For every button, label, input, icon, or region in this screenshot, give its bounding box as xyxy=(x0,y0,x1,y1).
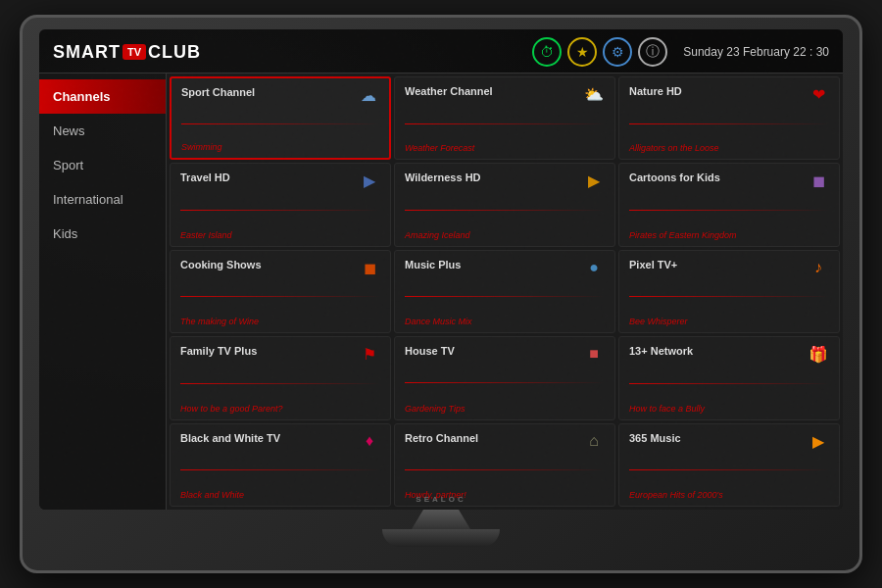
clock-icon[interactable]: ⏱ xyxy=(532,37,562,67)
channel-icon: ⚑ xyxy=(359,345,380,364)
channel-name: Sport Channel xyxy=(181,86,358,98)
channel-divider xyxy=(405,123,605,124)
channel-card[interactable]: Family TV Plus⚑How to be a good Parent? xyxy=(170,336,391,419)
channel-icon: ◼ xyxy=(359,259,380,277)
sidebar: ChannelsNewsSportInternationalKids xyxy=(39,74,167,510)
channel-divider xyxy=(180,296,380,297)
channel-card[interactable]: Nature HD❤Alligators on the Loose xyxy=(618,76,840,160)
header-right: ⏱ ★ ⚙ ⓘ Sunday 23 February 22 : 30 xyxy=(532,37,829,67)
channel-current: Weather Forecast xyxy=(405,143,605,153)
tv-stand-base xyxy=(382,529,500,547)
channel-current: Gardening Tips xyxy=(405,404,605,414)
tv-stand-neck xyxy=(412,510,470,529)
sidebar-item-international[interactable]: International xyxy=(39,182,166,217)
channel-divider xyxy=(629,383,829,384)
tv-outer: SMART TV CLUB ⏱ ★ ⚙ ⓘ Sunday 23 February… xyxy=(20,15,862,573)
logo-tv-badge: TV xyxy=(122,44,146,60)
channel-icon: ■ xyxy=(583,345,605,363)
channel-name: Travel HD xyxy=(180,172,359,183)
channel-card[interactable]: Weather Channel⛅Weather Forecast xyxy=(394,76,615,160)
channel-current: How to be a good Parent? xyxy=(180,404,380,414)
channel-current: Bee Whisperer xyxy=(629,317,829,326)
tv-brand-label: SEALOC xyxy=(416,495,466,504)
channel-current: Amazing Iceland xyxy=(405,230,605,240)
channel-card[interactable]: Wilderness HD▶Amazing Iceland xyxy=(394,163,615,246)
channel-current: Black and White xyxy=(180,490,380,500)
channel-divider xyxy=(629,296,829,297)
channel-name: Music Plus xyxy=(405,259,583,270)
sidebar-item-channels[interactable]: Channels xyxy=(39,79,166,114)
channel-name: Cartoons for Kids xyxy=(629,172,808,183)
logo-smart: SMART xyxy=(53,42,121,63)
channel-divider xyxy=(180,383,380,384)
channel-icon: ♦ xyxy=(359,432,380,450)
header: SMART TV CLUB ⏱ ★ ⚙ ⓘ Sunday 23 February… xyxy=(39,29,843,74)
channel-divider xyxy=(405,210,605,211)
channel-card[interactable]: Black and White TV♦Black and White xyxy=(170,423,391,507)
settings-icon[interactable]: ⚙ xyxy=(603,37,632,67)
channel-divider xyxy=(180,210,380,211)
logo-club: CLUB xyxy=(148,42,201,63)
logo: SMART TV CLUB xyxy=(53,42,201,63)
sidebar-item-kids[interactable]: Kids xyxy=(39,217,166,251)
sidebar-item-news[interactable]: News xyxy=(39,114,166,148)
channel-card[interactable]: Travel HD▶Easter Island xyxy=(170,163,391,246)
channel-card[interactable]: 365 Music▶European Hits of 2000's xyxy=(618,423,840,507)
channel-divider xyxy=(180,469,380,470)
channel-grid: Sport Channel☁SwimmingWeather Channel⛅We… xyxy=(167,74,843,510)
channel-icon: ◼ xyxy=(808,172,829,190)
channel-card[interactable]: Music Plus●Dance Music Mix xyxy=(394,250,615,333)
channel-icon: ● xyxy=(583,259,605,276)
channel-divider xyxy=(181,123,379,124)
channel-card[interactable]: 13+ Network🎁How to face a Bully xyxy=(618,336,840,419)
channel-current: Dance Music Mix xyxy=(405,317,605,326)
channel-icon: ▶ xyxy=(583,172,605,190)
channel-name: Family TV Plus xyxy=(180,345,359,357)
channel-current: How to face a Bully xyxy=(629,404,829,414)
header-icons: ⏱ ★ ⚙ ⓘ xyxy=(532,37,667,67)
info-icon[interactable]: ⓘ xyxy=(638,37,667,67)
channel-name: Pixel TV+ xyxy=(629,259,808,270)
channel-name: Nature HD xyxy=(629,85,808,97)
channel-divider xyxy=(405,296,605,297)
channel-icon: ▶ xyxy=(808,432,829,451)
channel-icon: 🎁 xyxy=(808,345,829,364)
channel-icon: ❤ xyxy=(808,85,829,104)
channel-icon: ⌂ xyxy=(583,432,605,450)
sidebar-item-sport[interactable]: Sport xyxy=(39,148,166,182)
channel-card[interactable]: Sport Channel☁Swimming xyxy=(170,76,391,160)
channel-name: Wilderness HD xyxy=(405,172,583,183)
channel-icon: ▶ xyxy=(359,172,380,190)
channel-name: Weather Channel xyxy=(405,85,583,97)
channel-icon: ☁ xyxy=(358,86,379,105)
channel-current: Easter Island xyxy=(180,230,380,240)
channel-card[interactable]: House TV■Gardening Tips xyxy=(394,336,615,419)
datetime: Sunday 23 February 22 : 30 xyxy=(683,45,829,59)
main-area: ChannelsNewsSportInternationalKids Sport… xyxy=(39,74,843,510)
channel-divider xyxy=(629,123,829,124)
channel-name: Black and White TV xyxy=(180,432,359,444)
channel-divider xyxy=(405,469,605,470)
channel-name: 365 Music xyxy=(629,432,808,444)
channel-card[interactable]: Cartoons for Kids◼Pirates of Eastern Kin… xyxy=(618,163,840,246)
tv-screen: SMART TV CLUB ⏱ ★ ⚙ ⓘ Sunday 23 February… xyxy=(39,29,843,510)
channel-name: House TV xyxy=(405,345,583,357)
channel-divider xyxy=(629,210,829,211)
channel-card[interactable]: Pixel TV+♪Bee Whisperer xyxy=(618,250,840,333)
channel-icon: ⛅ xyxy=(583,85,605,104)
star-icon[interactable]: ★ xyxy=(567,37,597,67)
channel-card[interactable]: Cooking Shows◼The making of Wine xyxy=(170,250,391,333)
channel-name: 13+ Network xyxy=(629,345,808,357)
channel-name: Cooking Shows xyxy=(180,259,359,270)
screen-content: SMART TV CLUB ⏱ ★ ⚙ ⓘ Sunday 23 February… xyxy=(39,29,843,510)
channel-divider xyxy=(405,382,605,383)
channel-icon: ♪ xyxy=(808,259,829,276)
channel-divider xyxy=(629,469,829,470)
channel-current: European Hits of 2000's xyxy=(629,490,829,500)
channel-current: The making of Wine xyxy=(180,317,380,326)
channel-current: Pirates of Eastern Kingdom xyxy=(629,230,829,240)
channel-current: Alligators on the Loose xyxy=(629,143,829,153)
channel-current: Swimming xyxy=(181,142,379,152)
tv-stand xyxy=(382,510,500,559)
channel-name: Retro Channel xyxy=(405,432,583,444)
